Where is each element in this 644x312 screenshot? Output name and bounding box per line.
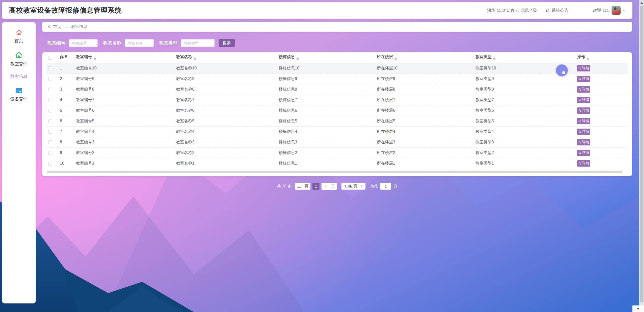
- detail-button[interactable]: 详情: [577, 107, 590, 114]
- sidebar-item-label: 首页: [15, 38, 23, 44]
- detail-button[interactable]: 详情: [577, 97, 590, 103]
- user-avatar[interactable]: [612, 6, 621, 15]
- cell-building: 楼栋信息7: [277, 95, 375, 105]
- sort-icon[interactable]: [493, 57, 496, 61]
- cell-floor: 所在楼层5: [375, 116, 473, 126]
- col-action[interactable]: 操作: [575, 52, 628, 63]
- cell-building: 楼栋信息9: [277, 73, 375, 84]
- weather-text: 深圳 11.3°C 多云 北风 4级: [487, 8, 537, 13]
- breadcrumb-home-link[interactable]: 首页: [48, 24, 61, 29]
- scroll-down-arrow[interactable]: [632, 305, 644, 312]
- cell-building: 楼栋信息6: [277, 105, 375, 116]
- detail-button[interactable]: 详情: [577, 129, 590, 135]
- sort-icon[interactable]: [94, 57, 96, 61]
- detail-button[interactable]: 详情: [577, 150, 590, 156]
- row-checkbox[interactable]: [48, 66, 52, 70]
- row-checkbox[interactable]: [48, 98, 52, 102]
- vertical-scrollbar[interactable]: [639, 0, 644, 312]
- detail-button-label: 详情: [582, 161, 589, 166]
- sort-icon[interactable]: [194, 57, 196, 61]
- cell-floor: 所在楼层9: [375, 73, 473, 84]
- cell-name: 教室名称3: [174, 137, 277, 147]
- top-header: 高校教室设备故障报修信息管理系统 深圳 11.3°C 多云 北风 4级 系统公告…: [2, 2, 632, 19]
- magnifier-icon: [578, 162, 581, 165]
- cell-name: 教室名称6: [174, 105, 277, 116]
- sidebar-item-classroom-info[interactable]: 教室信息: [10, 73, 27, 79]
- select-all-checkbox[interactable]: [48, 56, 52, 60]
- next-page-button[interactable]: 下一页: [321, 183, 337, 190]
- cell-index: 9: [58, 147, 74, 158]
- search-input-code[interactable]: [69, 39, 98, 47]
- row-checkbox[interactable]: [48, 140, 52, 144]
- table-row: 1教室编号10教室名称10楼栋信息10所在楼层10教室类型10详情: [46, 63, 628, 73]
- sort-icon[interactable]: [296, 57, 299, 61]
- app-title: 高校教室设备故障报修信息管理系统: [9, 6, 122, 15]
- system-announcement-button[interactable]: 系统公告: [545, 8, 569, 13]
- col-building[interactable]: 楼栋信息: [277, 52, 375, 63]
- row-checkbox[interactable]: [48, 109, 52, 112]
- row-checkbox[interactable]: [48, 130, 52, 134]
- magnifier-icon: [578, 88, 581, 91]
- row-checkbox[interactable]: [48, 162, 52, 166]
- sort-icon[interactable]: [587, 57, 589, 61]
- detail-button[interactable]: 详情: [577, 86, 590, 93]
- col-index: 序号: [58, 52, 74, 63]
- table-header-row: 序号 教室编号 教室名称 楼栋信息 所在楼层 教室类型 操作: [46, 52, 628, 63]
- search-bar: 教室编号: 教室名称: 教室类型: 搜索: [42, 39, 632, 47]
- breadcrumb-home-label: 首页: [53, 24, 61, 29]
- sidebar-item-home[interactable]: 首页: [15, 29, 23, 44]
- goto-page-input[interactable]: [380, 183, 391, 190]
- scrollbar-thumb[interactable]: [640, 6, 643, 302]
- detail-button[interactable]: 详情: [577, 65, 590, 71]
- row-checkbox[interactable]: [48, 151, 52, 155]
- detail-button-label: 详情: [582, 98, 589, 102]
- cell-building: 楼栋信息5: [277, 116, 375, 126]
- goto-label: 前往: [370, 184, 378, 189]
- row-checkbox[interactable]: [48, 88, 52, 91]
- page-size-value: 10条/页: [344, 184, 357, 189]
- col-floor[interactable]: 所在楼层: [375, 52, 473, 63]
- col-code[interactable]: 教室编号: [74, 52, 174, 63]
- cell-type: 教室类型2: [473, 147, 575, 158]
- cursor-highlight: [556, 64, 568, 76]
- detail-button-label: 详情: [582, 119, 589, 123]
- row-checkbox[interactable]: [48, 119, 52, 123]
- cell-building: 楼栋信息3: [277, 137, 375, 147]
- search-input-type[interactable]: [181, 39, 215, 47]
- cell-floor: 所在楼层6: [375, 105, 473, 116]
- table-row: 6教室编号5教室名称5楼栋信息5所在楼层5教室类型5详情: [46, 116, 628, 126]
- magnifier-icon: [578, 151, 581, 154]
- detail-button[interactable]: 详情: [577, 160, 590, 167]
- col-type[interactable]: 教室类型: [473, 52, 575, 63]
- page-number-1[interactable]: 1: [312, 183, 319, 190]
- home-icon: [15, 29, 23, 36]
- prev-page-button[interactable]: 上一页: [295, 183, 310, 190]
- sort-icon[interactable]: [394, 57, 397, 61]
- cell-type: 教室类型3: [473, 137, 575, 147]
- breadcrumb-current: 教室信息: [71, 24, 87, 29]
- page-size-select[interactable]: 10条/页: [341, 183, 366, 190]
- row-checkbox[interactable]: [48, 77, 52, 81]
- table-horizontal-scrollbar[interactable]: [47, 171, 623, 173]
- home-icon: [48, 25, 52, 29]
- detail-button[interactable]: 详情: [577, 118, 590, 124]
- sidebar: 首页 教室管理 教室信息 设备管理: [2, 22, 36, 303]
- sidebar-item-classroom-management[interactable]: 教室管理: [10, 51, 27, 67]
- cell-index: 1: [58, 63, 74, 73]
- cell-index: 10: [58, 158, 74, 169]
- cell-code: 教室编号6: [74, 105, 174, 116]
- sidebar-item-label: 教室管理: [10, 61, 27, 67]
- detail-button[interactable]: 详情: [577, 139, 590, 145]
- sidebar-item-device-management[interactable]: 设备管理: [10, 87, 27, 102]
- home-icon: [15, 51, 23, 59]
- detail-button[interactable]: 详情: [577, 76, 590, 82]
- search-input-name[interactable]: [125, 39, 154, 47]
- magnifier-icon: [578, 130, 581, 133]
- col-name[interactable]: 教室名称: [174, 52, 277, 63]
- scroll-up-arrow[interactable]: [639, 0, 644, 6]
- cell-index: 8: [58, 137, 74, 147]
- search-button[interactable]: 搜索: [219, 39, 235, 47]
- user-menu[interactable]: 欢迎 111: [593, 6, 625, 15]
- cell-floor: 所在楼层10: [375, 63, 473, 73]
- cell-building: 楼栋信息8: [277, 84, 375, 95]
